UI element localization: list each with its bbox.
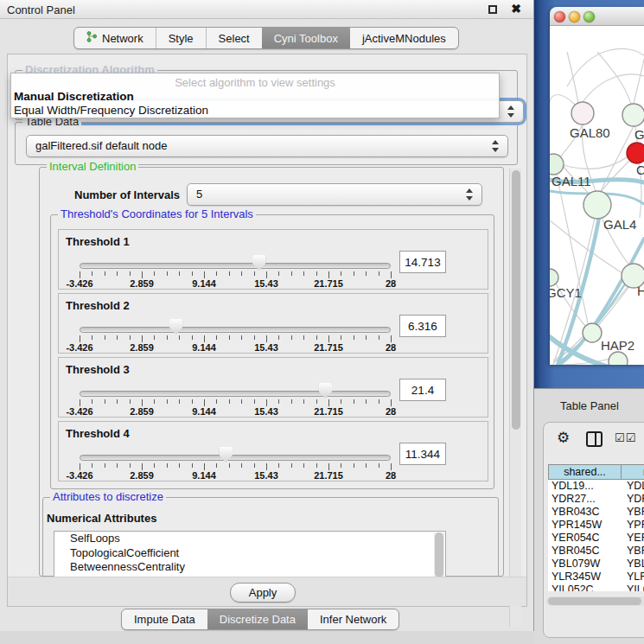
network-edge[interactable] [567,52,578,103]
tick [167,463,168,468]
tab-style[interactable]: Style [156,28,206,48]
algorithm-option-manual-discretization[interactable]: Manual Discretization [14,90,134,103]
tick-label: 2.859 [130,342,154,353]
slider-track[interactable] [80,455,391,461]
tick [379,335,379,340]
tick [92,463,92,468]
tick [328,271,329,278]
tab-cyni-toolbox[interactable]: Cyni Toolbox [262,28,350,48]
tab-network[interactable]: Network [74,28,156,48]
threshold-value-field[interactable] [399,443,446,465]
table-row[interactable]: YBL079WYBL0 [548,558,644,571]
table-row[interactable]: YBR045CYBR0 [548,545,644,558]
scrollbar-thumb[interactable] [512,170,520,430]
network-node[interactable] [627,143,644,163]
network-node[interactable] [622,104,644,126]
network-node[interactable] [571,102,594,124]
tick [241,399,242,404]
network-node[interactable] [550,269,558,286]
split-view-icon[interactable] [586,431,603,447]
mac-zoom-icon[interactable] [583,11,595,22]
network-edge[interactable] [600,161,629,194]
mac-close-icon[interactable] [554,11,565,22]
tick-label: 9.144 [192,278,216,289]
scrollbar-thumb[interactable] [435,532,443,577]
vertical-scrollbar[interactable] [509,169,521,627]
scrollbar-thumb[interactable] [548,597,641,605]
slider-track[interactable] [80,391,391,397]
close-icon[interactable]: ✖ [511,2,521,16]
numerical-attributes-list[interactable]: SelfLoopsTopologicalCoefficientBetweenne… [54,531,446,577]
tick-label: 2.859 [130,470,154,481]
table-row[interactable]: YDR27...YDR2 [548,493,644,506]
algorithm-option-equal-width-frequency-discretization[interactable]: Equal Width/Frequency Discretization [14,104,208,117]
float-panel-icon[interactable] [488,5,497,14]
network-edge[interactable] [634,59,644,104]
checkbox-columns-icon[interactable]: ☑☑ [615,431,636,444]
threshold-label: Threshold 2 [66,299,130,312]
tab-label: Cyni Toolbox [274,32,338,45]
slider-track[interactable] [80,327,391,333]
tab-select[interactable]: Select [206,28,262,48]
network-node[interactable] [550,154,564,175]
network-node[interactable] [583,191,611,219]
mac-minimize-icon[interactable] [569,11,580,22]
threshold-value-field[interactable] [399,251,446,273]
table-row[interactable]: YBR043CYBR0 [548,506,644,519]
node-label-hap2: HAP2 [601,338,634,353]
attribute-item-betweennesscentrality[interactable]: BetweennessCentrality [54,560,445,575]
number-of-intervals-select[interactable]: 5 [187,183,482,206]
slider-track[interactable] [80,263,391,269]
top-tab-bar: NetworkStyleSelectCyni ToolboxjActiveMNo… [73,27,459,49]
threshold-box-3: Threshold 3-3.4262.8599.14415.4321.71528 [58,357,488,418]
network-node[interactable] [609,352,628,365]
tick [341,271,341,276]
tick [204,335,205,342]
gear-icon[interactable]: ⚙ [557,429,570,447]
attribute-item-topologicalcoefficient[interactable]: TopologicalCoefficient [54,546,445,561]
network-icon [86,31,98,45]
table-row[interactable]: YIL052CYIL0 [548,583,644,591]
tab-impute-data[interactable]: Impute Data [122,609,207,629]
network-graph: GAL80GACGAL11GAL4GCY1HHAP2 [550,26,644,365]
list-scrollbar[interactable] [434,532,444,577]
tick [192,463,193,468]
threshold-value-field[interactable] [399,379,446,401]
network-edge[interactable] [557,175,588,323]
table-row[interactable]: YPR145WYPR1 [548,519,644,532]
tick [92,271,92,276]
tab-jactivemnodules[interactable]: jActiveMNodules [350,28,458,48]
tick [216,399,217,404]
table-header-row: shared...na [548,464,644,480]
column-header-2[interactable]: na [622,464,644,480]
node-attribute-table[interactable]: shared...naYDL19...YDL1YDR27...YDR2YBR04… [548,464,644,591]
tick [229,399,230,404]
table-data-select[interactable]: galFiltered.sif default node [26,135,508,157]
attribute-item-selfloops[interactable]: SelfLoops [54,532,445,546]
threshold-value-field[interactable] [399,315,446,337]
apply-button[interactable]: Apply [230,583,296,603]
horizontal-scrollbar[interactable] [546,596,644,606]
control-panel-title: Control Panel [7,3,75,16]
table-row[interactable]: YDL19...YDL1 [548,480,644,493]
tick [179,399,180,404]
tick [216,463,217,468]
tick [391,463,392,470]
tick [291,463,292,468]
network-canvas[interactable]: GAL80GACGAL11GAL4GCY1HHAP2 [550,26,644,365]
network-node[interactable] [583,323,602,342]
column-header-1[interactable]: shared... [548,464,622,480]
table-row[interactable]: YLR345WYLR3 [548,571,644,583]
tick [391,399,392,406]
tick [266,271,267,278]
tick [142,399,143,406]
tick [303,399,304,404]
network-edge[interactable] [550,95,576,106]
table-row[interactable]: YER054CYER0 [548,532,644,545]
table-cell: YBL0 [622,558,644,571]
tab-infer-network[interactable]: Infer Network [308,609,399,629]
node-label-c: C [636,163,644,177]
tick-label: 21.715 [314,278,343,289]
tab-label: Network [102,32,143,45]
tab-discretize-data[interactable]: Discretize Data [207,609,308,629]
